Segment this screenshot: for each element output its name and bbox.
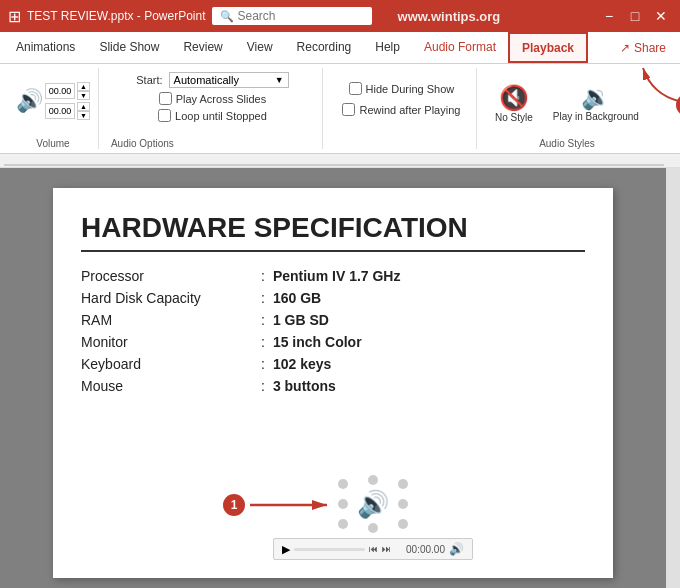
play-background-button[interactable]: 🔉 Play in Background [547, 79, 645, 127]
svg-point-8 [368, 523, 378, 533]
audio-speaker-icon: 🔊 [357, 489, 389, 520]
volume-down2-btn[interactable]: ▼ [77, 111, 90, 120]
loop-checkbox[interactable] [158, 109, 171, 122]
svg-point-7 [338, 519, 348, 529]
spec-table: Processor : Pentium IV 1.7 GHz Hard Disk… [81, 268, 585, 394]
svg-point-3 [368, 475, 378, 485]
start-value: Automatically [174, 74, 239, 86]
ruler: // ruler ticks drawn via SVG [0, 154, 680, 168]
spec-key-keyboard: Keyboard [81, 356, 261, 372]
ribbon-group-volume: 🔊 00.00 ▲ ▼ [8, 68, 99, 149]
annotation-2-area: 2 [633, 58, 680, 111]
hide-label: Hide During Show [366, 83, 455, 95]
watermark: www.wintips.org [398, 9, 501, 24]
maximize-button[interactable]: □ [624, 8, 646, 24]
ruler-svg: // ruler ticks drawn via SVG [4, 155, 664, 167]
audio-controls-bar[interactable]: ▶ ⏮ ⏭ 00:00.00 🔊 [273, 538, 473, 560]
tab-playback[interactable]: Playback [508, 32, 588, 63]
audio-time: 00:00.00 [395, 544, 445, 555]
slide: HARDWARE SPECIFICATION Processor : Penti… [53, 188, 613, 578]
volume-input-low[interactable]: 00.00 [45, 103, 75, 119]
ribbon-group-hide-rewind: Hide During Show Rewind after Playing . [327, 68, 477, 149]
audio-prev-skip[interactable]: ⏮ [369, 544, 378, 554]
spec-row-keyboard: Keyboard : 102 keys [81, 356, 585, 372]
hide-checkbox[interactable] [349, 82, 362, 95]
spec-val-mouse: 3 buttons [273, 378, 336, 394]
play-across-checkbox[interactable] [159, 92, 172, 105]
tab-help[interactable]: Help [363, 32, 412, 63]
title-bar: ⊞ TEST REVIEW.pptx - PowerPoint 🔍 www.wi… [0, 0, 680, 32]
search-icon: 🔍 [220, 10, 234, 23]
main-area: HARDWARE SPECIFICATION Processor : Penti… [0, 168, 680, 588]
volume-down-btn[interactable]: ▼ [77, 91, 90, 100]
volume-icon: 🔊 [16, 88, 43, 114]
search-input[interactable] [238, 9, 368, 23]
rewind-row: Rewind after Playing [342, 103, 460, 116]
tab-recording[interactable]: Recording [285, 32, 364, 63]
slide-title: HARDWARE SPECIFICATION [81, 212, 585, 252]
dropdown-arrow-icon: ▼ [275, 75, 284, 85]
loop-row: Loop until Stopped [158, 109, 267, 122]
ribbon-tabs: Animations Slide Show Review View Record… [0, 32, 680, 64]
spec-row-ram: RAM : 1 GB SD [81, 312, 585, 328]
spec-val-monitor: 15 inch Color [273, 334, 362, 350]
app-logo-icon: ⊞ [8, 7, 21, 26]
audio-volume-icon[interactable]: 🔊 [449, 542, 464, 556]
audio-styles-label: Audio Styles [539, 134, 595, 149]
start-label: Start: [136, 74, 162, 86]
volume-up-btn[interactable]: ▲ [77, 82, 90, 91]
svg-point-4 [398, 479, 408, 489]
spec-row-hdd: Hard Disk Capacity : 160 GB [81, 290, 585, 306]
audio-progress-bar[interactable] [294, 548, 365, 551]
hide-rewind-spacer: . [335, 134, 338, 149]
annotation-1-area: 1 [223, 490, 335, 520]
volume-group-label: Volume [36, 134, 69, 149]
svg-point-5 [338, 499, 348, 509]
hide-during-row: Hide During Show [349, 82, 455, 95]
play-bg-icon: 🔉 [581, 83, 611, 111]
arrow-1-svg [245, 490, 335, 520]
vertical-scrollbar[interactable] [666, 168, 680, 588]
search-box[interactable]: 🔍 [212, 7, 372, 25]
audio-icon-container: 🔊 [333, 474, 413, 534]
ribbon-group-audio-options: Start: Automatically ▼ Play Across Slide… [103, 68, 323, 149]
close-button[interactable]: ✕ [650, 8, 672, 24]
play-across-label: Play Across Slides [176, 93, 266, 105]
spec-key-monitor: Monitor [81, 334, 261, 350]
spec-key-processor: Processor [81, 268, 261, 284]
spec-row-processor: Processor : Pentium IV 1.7 GHz [81, 268, 585, 284]
spec-val-ram: 1 GB SD [273, 312, 329, 328]
ribbon-group-audio-styles: 🔇 No Style 🔉 Play in Background Audio St… [481, 68, 653, 149]
loop-label: Loop until Stopped [175, 110, 267, 122]
svg-point-6 [398, 499, 408, 509]
spec-val-processor: Pentium IV 1.7 GHz [273, 268, 401, 284]
slide-container: HARDWARE SPECIFICATION Processor : Penti… [0, 168, 666, 588]
audio-next-skip[interactable]: ⏭ [382, 544, 391, 554]
spec-key-ram: RAM [81, 312, 261, 328]
no-style-button[interactable]: 🔇 No Style [489, 80, 539, 127]
arrow-2-svg [633, 58, 680, 108]
audio-play-btn[interactable]: ▶ [282, 543, 290, 556]
tab-animations[interactable]: Animations [4, 32, 87, 63]
spec-val-keyboard: 102 keys [273, 356, 331, 372]
rewind-label: Rewind after Playing [359, 104, 460, 116]
annotation-1-badge: 1 [223, 494, 245, 516]
volume-input-high[interactable]: 00.00 [45, 83, 75, 99]
tab-slideshow[interactable]: Slide Show [87, 32, 171, 63]
play-across-row: Play Across Slides [159, 92, 266, 105]
tab-view[interactable]: View [235, 32, 285, 63]
ribbon-content: 🔊 00.00 ▲ ▼ [0, 64, 680, 154]
svg-point-2 [338, 479, 348, 489]
spec-row-mouse: Mouse : 3 buttons [81, 378, 585, 394]
volume-up2-btn[interactable]: ▲ [77, 102, 90, 111]
spec-val-hdd: 160 GB [273, 290, 321, 306]
tab-audio-format[interactable]: Audio Format [412, 32, 508, 63]
no-style-icon: 🔇 [499, 84, 529, 112]
minimize-button[interactable]: − [598, 8, 620, 24]
spec-row-monitor: Monitor : 15 inch Color [81, 334, 585, 350]
audio-options-label: Audio Options [111, 134, 174, 149]
start-dropdown[interactable]: Automatically ▼ [169, 72, 289, 88]
rewind-checkbox[interactable] [342, 103, 355, 116]
svg-point-9 [398, 519, 408, 529]
tab-review[interactable]: Review [171, 32, 234, 63]
